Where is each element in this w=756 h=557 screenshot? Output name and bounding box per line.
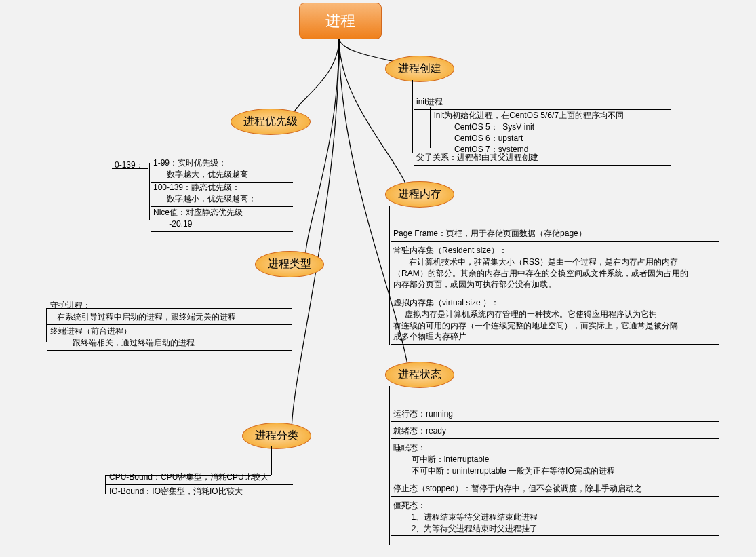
conn-status-v [389,386,390,545]
type-leaf-1: 守护进程： 在系统引导过程中启动的进程，跟终端无关的进程 [47,299,292,325]
type-leaf-2: 终端进程（前台进程） 跟终端相关，通过终端启动的进程 [47,324,292,351]
branch-status[interactable]: 进程状态 [385,362,454,388]
status-stopped: 停止态（stopped）：暂停于内存中，但不会被调度，除非手动启动之 [391,482,719,497]
status-zombie: 僵死态： 1、进程结束等待父进程结束此进程 2、为等待父进程结束时父进程挂了 [391,499,719,536]
branch-type[interactable]: 进程类型 [255,251,324,277]
classify-leaf-1: CPU-Bound：CPU密集型，消耗CPU比较大 [106,470,293,485]
conn-memory-v [389,206,390,345]
mindmap-canvas: 进程 进程优先级 0-139： 1-99：实时优先级： 数字越大，优先级越高 1… [0,0,756,557]
memory-rss: 常驻内存集（Resident size）： 在计算机技术中，驻留集大小（RSS）… [391,244,719,292]
conn-classify-down [271,446,272,475]
priority-range: 0-139： [112,158,149,172]
root-node[interactable]: 进程 [299,3,382,39]
conn-initdesc-v [430,107,431,148]
vline-type [46,308,47,342]
priority-leaf-3: Nice值：对应静态优先级 -20,19 [151,206,293,232]
conn-classify-h [105,475,271,476]
branch-memory[interactable]: 进程内存 [385,181,454,208]
create-parent: 父子关系：进程都由其父进程创建 [414,151,671,166]
priority-leaf-1: 1-99：实时优先级： 数字越大，优先级越高 [151,156,293,183]
memory-virtual: 虚拟内存集（virtual size ）： 虚拟内存是计算机系统内存管理的一种技… [391,296,719,345]
conn-create-v [412,80,413,153]
hline-priority [112,168,148,169]
branch-create[interactable]: 进程创建 [385,56,454,82]
vline-classify [105,475,106,494]
status-ready: 就绪态：ready [391,424,719,439]
conn-type-down [285,275,285,308]
classify-leaf-2: IO-Bound：IO密集型，消耗IO比较大 [106,484,293,499]
conn-priority-down [258,133,258,168]
branch-classify[interactable]: 进程分类 [242,423,311,449]
status-running: 运行态：running [391,407,719,422]
conn-type-h [46,308,292,309]
status-sleep: 睡眠态： 可中断：interruptable 不可中断：uninterrupta… [391,441,719,478]
branch-priority[interactable]: 进程优先级 [231,109,311,135]
create-init: init进程 [414,95,671,110]
priority-leaf-2: 100-139：静态优先级： 数字越小，优先级越高； [151,180,293,207]
memory-pageframe: Page Frame：页框，用于存储页面数据（存储page） [391,227,719,242]
vline-priority [149,163,150,220]
